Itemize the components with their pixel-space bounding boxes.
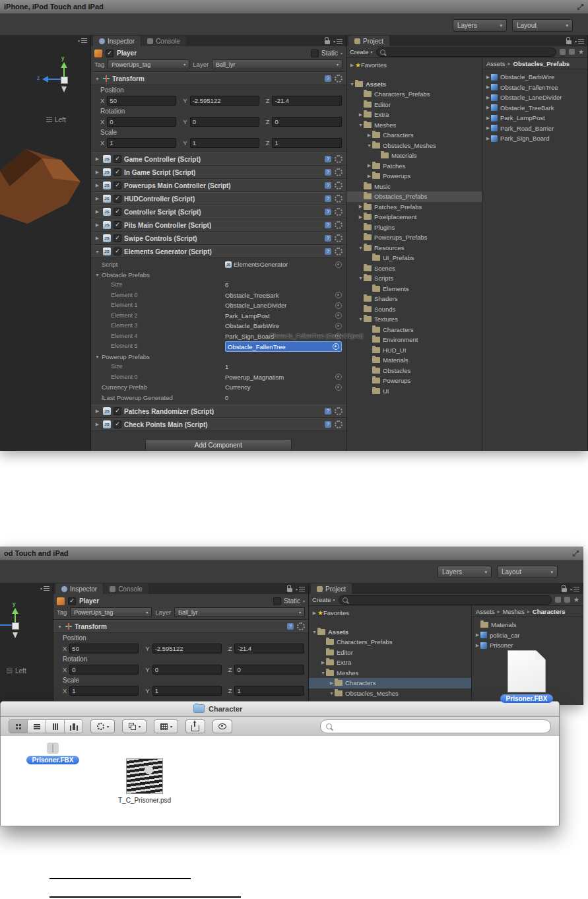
foldout-icon[interactable]: ▶ (94, 156, 100, 162)
object-picker-icon[interactable] (335, 261, 342, 268)
asset-item-prisoner[interactable]: ▶Prisoner (472, 640, 583, 651)
foldout-icon[interactable]: ▶ (94, 170, 100, 175)
list-view-button[interactable] (28, 720, 46, 733)
save-search-icon[interactable]: ★ (578, 49, 584, 55)
tree-item-obstacles[interactable]: Obstacles (346, 366, 482, 376)
foldout-icon[interactable]: ▶ (94, 422, 100, 427)
gameobject-name[interactable]: Player (79, 597, 99, 605)
search-by-type-icon[interactable] (560, 49, 566, 55)
context-menu-icon[interactable] (335, 407, 343, 415)
foldout-icon[interactable]: ▶ (366, 174, 372, 179)
foldout-icon[interactable]: ▼ (358, 276, 364, 281)
object-picker-icon[interactable] (333, 343, 339, 350)
orientation-gizmo[interactable]: y z (37, 57, 77, 103)
tab-console[interactable]: Console (141, 36, 186, 46)
panel-menu-icon[interactable]: ▾ (296, 587, 305, 591)
component-header[interactable]: ▶JS✓Check Points Main (Script) (91, 418, 346, 431)
tree-item-assets[interactable]: ▼Assets (309, 627, 471, 638)
foldout-icon[interactable]: ▶ (311, 611, 317, 616)
layers-dropdown[interactable]: Layers ▾ (453, 19, 507, 32)
breadcrumb-part[interactable]: Meshes (503, 608, 525, 615)
foldout-icon[interactable]: ▶ (349, 63, 355, 68)
tree-item-editor[interactable]: Editor (309, 648, 471, 658)
asset-item-park_road_barrier[interactable]: ▶Park_Road_Barrier (482, 123, 587, 134)
foldout-icon[interactable]: ▶ (94, 222, 100, 228)
action-menu-button[interactable]: ▾ (90, 719, 115, 733)
context-menu-icon[interactable] (335, 248, 343, 255)
scene-view[interactable]: ▾ y z Left (0, 583, 53, 705)
foldout-icon[interactable]: ▶ (94, 209, 100, 215)
tree-item-patches[interactable]: ▶Patches (346, 161, 482, 172)
tree-item-obstacles_prefabs[interactable]: Obstacles_Prefabs (346, 191, 482, 202)
enabled-checkbox[interactable]: ✓ (114, 182, 121, 189)
tree-item-patches_prefabs[interactable]: ▶Patches_Prefabs (346, 202, 482, 213)
asset-item-obstacle_barbwire[interactable]: ▶Obstacle_BarbWire (482, 72, 587, 83)
lock-icon[interactable] (566, 40, 572, 44)
tree-item-favorites[interactable]: ▶★Favorites (346, 60, 482, 71)
script-object-field[interactable]: JSElementsGenerator (225, 260, 342, 269)
search-by-type-icon[interactable] (555, 597, 561, 603)
static-checkbox[interactable] (311, 50, 319, 57)
window-resize-icon[interactable] (572, 550, 579, 557)
context-menu-icon[interactable] (335, 221, 343, 229)
transform-header[interactable]: ▼ Transform (53, 620, 308, 633)
lock-icon[interactable] (325, 40, 330, 44)
gizmo-z-arrow-icon[interactable] (42, 76, 48, 83)
tree-item-environment[interactable]: Environment (346, 335, 482, 345)
context-menu-icon[interactable] (335, 195, 343, 203)
foldout-icon[interactable]: ▶ (358, 215, 364, 220)
gameobject-name[interactable]: Player (117, 50, 137, 57)
context-menu-icon[interactable] (335, 420, 343, 428)
search-by-label-icon[interactable] (569, 49, 575, 55)
help-icon[interactable] (325, 222, 331, 228)
tab-project[interactable]: Project (348, 36, 389, 46)
help-icon[interactable] (325, 248, 331, 255)
component-header[interactable]: ▶JS✓Powerups Main Controller (Script) (91, 179, 346, 192)
position-z-field[interactable] (272, 96, 342, 106)
scene-panel-menu-icon[interactable]: ▾ (78, 38, 87, 43)
scale-y-field[interactable] (152, 686, 222, 696)
window-resize-icon[interactable] (577, 3, 584, 11)
help-icon[interactable] (325, 195, 331, 202)
layout-dropdown[interactable]: Layout ▾ (497, 566, 558, 578)
component-header[interactable]: ▼JS✓Elements Generator (Script) (91, 245, 346, 258)
tab-inspector[interactable]: Inspector (55, 583, 103, 594)
asset-item-obstacle_fallentree[interactable]: ▶Obstacle_FallenTree (482, 83, 587, 93)
tree-item-elements[interactable]: Elements (346, 284, 482, 294)
finder-item-psd[interactable]: T_C_Prisoner.psd (108, 758, 181, 804)
tree-item-music[interactable]: Music (346, 182, 482, 192)
help-icon[interactable] (325, 75, 331, 82)
foldout-icon[interactable]: ▶ (474, 632, 480, 638)
foldout-icon[interactable]: ▶ (94, 196, 100, 201)
help-icon[interactable] (325, 421, 331, 428)
component-header[interactable]: ▶JS✓HUDController (Script) (91, 192, 346, 205)
enabled-checkbox[interactable]: ✓ (114, 155, 121, 163)
tree-item-sounds[interactable]: Sounds (346, 304, 482, 315)
foldout-icon[interactable]: ▶ (485, 75, 491, 80)
component-header[interactable]: ▶JS✓In Game Script (Script) (91, 166, 346, 179)
window-titlebar[interactable]: od Touch and iPad (0, 547, 583, 560)
component-header[interactable]: ▶JS✓Controller Script (Script) (91, 205, 346, 218)
enabled-checkbox[interactable]: ✓ (114, 248, 121, 255)
gizmo-down-cone-icon[interactable] (13, 632, 18, 638)
gizmo-y-arrow-icon[interactable] (61, 62, 67, 68)
context-menu-icon[interactable] (297, 622, 305, 630)
quicklook-button[interactable] (212, 719, 232, 733)
object-picker-icon[interactable] (335, 374, 342, 380)
rotation-z-field[interactable] (234, 665, 304, 675)
tree-item-scenes[interactable]: Scenes (346, 263, 482, 274)
tree-item-pixelplacement[interactable]: ▶Pixelplacement (346, 212, 482, 222)
prefab-group-header[interactable]: ▼Powerup Prefabs (91, 352, 346, 362)
foldout-icon[interactable]: ▶ (329, 681, 335, 686)
component-header[interactable]: ▶JS✓Swipe Controls (Script) (91, 232, 346, 245)
help-icon[interactable] (325, 209, 331, 215)
active-checkbox[interactable]: ✓ (68, 597, 76, 605)
active-checkbox[interactable]: ✓ (106, 50, 114, 57)
enabled-checkbox[interactable]: ✓ (114, 221, 121, 229)
arrange-menu-button[interactable]: ▾ (122, 719, 147, 733)
tree-item-shaders[interactable]: Shaders (346, 294, 482, 304)
foldout-icon[interactable]: ▼ (320, 671, 326, 675)
search-by-label-icon[interactable] (564, 597, 570, 603)
tab-project[interactable]: Project (311, 583, 352, 594)
help-icon[interactable] (287, 623, 294, 630)
